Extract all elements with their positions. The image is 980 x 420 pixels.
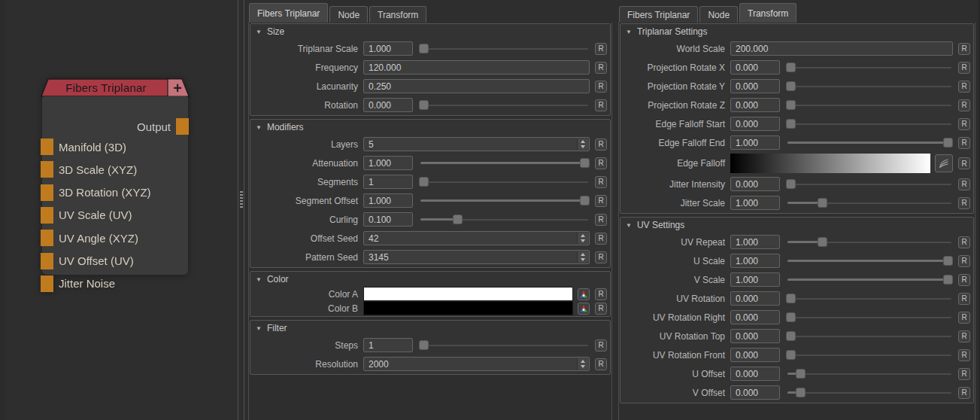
reset-button[interactable]: R — [958, 368, 970, 380]
reset-button[interactable]: R — [595, 233, 607, 245]
color-b-swatch[interactable] — [363, 301, 573, 315]
input-port[interactable] — [41, 184, 53, 201]
uv-repeat-slider[interactable] — [786, 233, 953, 251]
input-port[interactable] — [41, 161, 53, 178]
tab-fibers-triplanar[interactable]: Fibers Triplanar — [249, 3, 328, 23]
spin-down-icon[interactable] — [581, 145, 585, 148]
splitter-grip-icon[interactable] — [240, 191, 243, 208]
section-header[interactable]: ▼Size — [250, 24, 610, 39]
tab-node[interactable]: Node — [699, 6, 738, 23]
slider-handle[interactable] — [818, 237, 827, 247]
input-port[interactable] — [41, 230, 53, 246]
pattern-seed-stepper[interactable] — [577, 251, 588, 263]
reset-button[interactable]: R — [595, 195, 607, 207]
reset-button[interactable]: R — [595, 339, 607, 352]
lacunarity-input[interactable]: 0.250 — [363, 79, 590, 93]
pattern-seed-input[interactable]: 3145 — [363, 250, 590, 264]
edge-falloff-gradient[interactable] — [730, 154, 930, 173]
segments-input[interactable]: 1 — [363, 175, 413, 189]
section-header[interactable]: ▼Color — [250, 272, 610, 287]
resolution-stepper[interactable] — [577, 358, 588, 370]
slider-handle[interactable] — [818, 198, 827, 208]
output-port[interactable] — [176, 118, 189, 135]
slider-handle[interactable] — [786, 331, 796, 341]
reset-button[interactable]: R — [958, 137, 970, 149]
reset-button[interactable]: R — [595, 138, 607, 151]
reset-button[interactable]: R — [958, 99, 970, 111]
uv-repeat-input[interactable]: 1.000 — [730, 235, 780, 249]
rotation-slider[interactable] — [419, 96, 590, 114]
jitter-intensity-slider[interactable] — [786, 175, 953, 193]
projection-rotate-z-slider[interactable] — [786, 96, 953, 114]
uv-rotation-right-input[interactable]: 0.000 — [730, 310, 780, 324]
slider-handle[interactable] — [796, 369, 806, 379]
reset-button[interactable]: R — [958, 197, 970, 209]
projection-rotate-y-slider[interactable] — [786, 77, 953, 96]
tab-transform[interactable]: Transform — [739, 3, 796, 23]
spin-down-icon[interactable] — [581, 239, 585, 242]
slider-handle[interactable] — [580, 196, 590, 205]
u-scale-slider[interactable] — [786, 251, 953, 270]
edge-falloff-start-input[interactable]: 0.000 — [730, 117, 780, 131]
color-a-swatch[interactable] — [363, 287, 573, 301]
uv-rotation-front-input[interactable]: 0.000 — [730, 348, 780, 362]
reset-button[interactable]: R — [958, 178, 970, 190]
slider-handle[interactable] — [786, 62, 796, 72]
slider-handle[interactable] — [419, 100, 429, 110]
reset-button[interactable]: R — [595, 214, 607, 226]
resolution-input[interactable]: 2000 — [363, 357, 590, 371]
slider-handle[interactable] — [786, 312, 796, 322]
reset-button[interactable]: R — [958, 349, 970, 361]
panel-splitter[interactable] — [238, 0, 244, 420]
attenuation-input[interactable]: 1.000 — [363, 156, 413, 170]
uv-rotation-top-slider[interactable] — [786, 327, 953, 345]
reset-button[interactable]: R — [595, 43, 607, 55]
reset-button[interactable]: R — [958, 118, 970, 130]
reset-button[interactable]: R — [958, 387, 970, 399]
slider-handle[interactable] — [419, 177, 429, 187]
reset-button[interactable]: R — [595, 81, 607, 93]
node-fibers-triplanar[interactable]: Fibers Triplanar + Output Manifold (3D)3… — [41, 78, 190, 275]
edge-falloff-start-slider[interactable] — [786, 114, 953, 133]
curling-slider[interactable] — [419, 210, 590, 229]
offset-seed-input[interactable]: 42 — [363, 231, 590, 245]
reset-button[interactable]: R — [958, 293, 970, 305]
slider-handle[interactable] — [786, 119, 796, 129]
projection-rotate-z-input[interactable]: 0.000 — [730, 98, 780, 112]
reset-button[interactable]: R — [595, 99, 607, 111]
curve-editor-button[interactable] — [935, 154, 953, 172]
uv-rotation-top-input[interactable]: 0.000 — [730, 329, 780, 343]
reset-button[interactable]: R — [958, 236, 970, 248]
steps-slider[interactable] — [419, 336, 590, 355]
section-header[interactable]: ▼Triplanar Settings — [620, 24, 973, 39]
tab-fibers-triplanar[interactable]: Fibers Triplanar — [619, 6, 698, 23]
slider-handle[interactable] — [453, 215, 463, 224]
slider-handle[interactable] — [943, 138, 953, 148]
input-port[interactable] — [41, 275, 53, 292]
frequency-input[interactable]: 120.000 — [363, 60, 590, 75]
section-header[interactable]: ▼UV Settings — [620, 218, 973, 233]
slider-handle[interactable] — [786, 81, 796, 91]
slider-handle[interactable] — [419, 44, 429, 53]
reset-button[interactable]: R — [958, 43, 970, 55]
edge-falloff-end-slider[interactable] — [786, 133, 953, 152]
projection-rotate-x-input[interactable]: 0.000 — [730, 60, 780, 75]
v-scale-slider[interactable] — [786, 270, 953, 289]
edge-falloff-end-input[interactable]: 1.000 — [730, 135, 780, 150]
reset-button[interactable]: R — [958, 312, 970, 324]
reset-button[interactable]: R — [958, 157, 970, 169]
slider-handle[interactable] — [786, 100, 796, 110]
v-offset-slider[interactable] — [786, 383, 953, 402]
reset-button[interactable]: R — [595, 251, 607, 263]
v-offset-input[interactable]: 0.000 — [730, 385, 780, 400]
node-body[interactable]: Output Manifold (3D)3D Scale (XYZ)3D Rot… — [42, 96, 188, 275]
segment-offset-slider[interactable] — [419, 191, 590, 210]
reset-button[interactable]: R — [958, 330, 970, 342]
reset-button[interactable]: R — [595, 288, 607, 300]
slider-handle[interactable] — [943, 256, 953, 266]
reset-button[interactable]: R — [595, 358, 607, 370]
layers-stepper[interactable] — [577, 138, 588, 150]
layers-input[interactable]: 5 — [363, 137, 590, 151]
uv-rotation-input[interactable]: 0.000 — [730, 291, 780, 306]
reset-button[interactable]: R — [958, 62, 970, 74]
